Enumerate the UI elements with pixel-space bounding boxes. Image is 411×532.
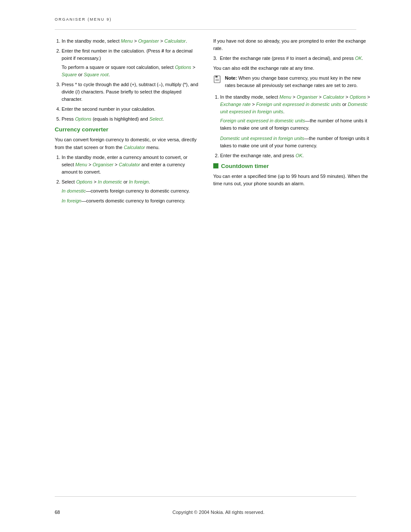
currency-converter-steps: In the standby mode, enter a currency am… — [55, 154, 199, 205]
in-foreign-term: In foreign — [62, 198, 81, 203]
er-step-1: In the standby mode, select Menu > Organ… — [220, 93, 370, 149]
list-item-5: Press Options (equals is highlighted) an… — [62, 115, 199, 123]
in-foreign-desc: In foreign—converts domestic currency to… — [62, 197, 199, 205]
foreign-unit-term: Foreign unit expressed in domestic units — [220, 118, 305, 123]
countdown-timer-title: Countdown timer — [221, 163, 269, 169]
list-item-1-text: In the standby mode, select Menu > Organ… — [62, 38, 187, 44]
countdown-timer-text: You can enter a specified time (up to 99… — [213, 173, 370, 187]
er-step-1-text: In the standby mode, select Menu > Organ… — [220, 94, 370, 114]
note-bold: Note: — [225, 75, 237, 81]
footer-copyright: Copyright © 2004 Nokia. All rights reser… — [81, 510, 356, 515]
countdown-timer-title-container: Countdown timer — [213, 163, 370, 169]
foreign-unit-desc: Foreign unit expressed in domestic units… — [220, 117, 370, 132]
ok-link-1: OK — [355, 56, 362, 61]
ok-link-2: OK — [296, 153, 302, 158]
square-root-link: Square root — [84, 72, 108, 77]
menu-link-1: Menu — [121, 38, 133, 44]
exchange-rate-link: Exchange rate — [220, 102, 251, 107]
foreign-unit-link: Foreign unit expressed in domestic units — [256, 102, 341, 107]
countdown-title-box-icon — [213, 163, 218, 168]
note-text: Note: When you change base currency, you… — [225, 75, 370, 89]
right-column: If you have not done so already, you are… — [213, 37, 370, 208]
list-item-2-text: Enter the first number in the calculatio… — [62, 48, 193, 61]
list-item-2-subpara: To perform a square or square root calcu… — [62, 64, 199, 78]
svg-rect-1 — [215, 76, 218, 78]
menu-link-3: Menu — [280, 94, 292, 100]
in-domestic-term: In domestic — [62, 188, 86, 193]
list-item-4: Enter the second number in your calculat… — [62, 106, 199, 113]
menu-link-2: Menu — [75, 162, 87, 167]
note-box: Note: When you change base currency, you… — [213, 75, 370, 89]
main-content: In the standby mode, select Menu > Organ… — [55, 37, 356, 208]
calculator-link-2: Calculator — [124, 145, 145, 150]
calculator-link-3: Calculator — [119, 162, 140, 167]
cc-step-2-text: Select Options > In domestic or In forei… — [62, 179, 150, 184]
options-link-4: Options — [350, 94, 366, 100]
options-link-2: Options — [75, 116, 91, 121]
in-foreign-link: In foreign — [129, 179, 149, 184]
exchange-rate-prompt: If you have not done so already, you are… — [213, 37, 370, 52]
calculator-link-4: Calculator — [323, 94, 345, 100]
cc-step-2: Select Options > In domestic or In forei… — [62, 178, 199, 205]
square-link: Square — [62, 72, 77, 77]
page: Organiser (Menu 9) In the standby mode, … — [0, 0, 411, 532]
currency-converter-title: Currency converter — [55, 126, 199, 133]
er-step-2-text: Enter the exchange rate, and press OK. — [220, 153, 304, 158]
list-item-3: Press * to cycle through the add (+), su… — [62, 81, 199, 103]
calculator-link-1: Calculator — [165, 38, 186, 44]
page-header: Organiser (Menu 9) — [55, 17, 356, 22]
note-icon — [213, 75, 222, 84]
currency-converter-intro: You can convert foreign currency to dome… — [55, 136, 199, 151]
exchange-rate-edit: You can also edit the exchange rate at a… — [213, 65, 370, 72]
in-domestic-link: In domestic — [98, 179, 122, 184]
select-link: Select — [149, 116, 163, 121]
in-domestic-desc: In domestic—converts foreign currency to… — [62, 187, 199, 195]
organiser-link-3: Organiser — [297, 94, 318, 100]
list-item-1: In the standby mode, select Menu > Organ… — [62, 37, 199, 45]
options-link-3: Options — [76, 179, 93, 184]
footer-page-number: 68 — [55, 510, 81, 515]
exchange-rate-step3: 3. Enter the exchange rate (press # to i… — [213, 55, 370, 62]
organiser-link-1: Organiser — [138, 38, 159, 44]
page-footer: 68 Copyright © 2004 Nokia. All rights re… — [55, 496, 356, 515]
cc-step-1: In the standby mode, enter a currency am… — [62, 154, 199, 176]
er-step-2: Enter the exchange rate, and press OK. — [220, 152, 370, 159]
cc-step-1-text: In the standby mode, enter a currency am… — [62, 155, 187, 174]
list-item-4-text: Enter the second number in your calculat… — [62, 106, 156, 112]
list-item-2: Enter the first number in the calculatio… — [62, 47, 199, 78]
list-item-3-text: Press * to cycle through the add (+), su… — [62, 82, 198, 102]
options-link-1: Options — [175, 65, 191, 70]
left-column: In the standby mode, select Menu > Organ… — [55, 37, 199, 208]
domestic-unit-desc: Domestic unit expressed in foreign units… — [220, 135, 370, 149]
intro-list: In the standby mode, select Menu > Organ… — [55, 37, 199, 123]
organiser-link-2: Organiser — [93, 162, 113, 167]
exchange-rate-steps: In the standby mode, select Menu > Organ… — [213, 93, 370, 159]
domestic-unit-term: Domestic unit expressed in foreign units — [220, 136, 304, 141]
header-divider — [55, 29, 356, 30]
list-item-5-text: Press Options (equals is highlighted) an… — [62, 116, 164, 121]
